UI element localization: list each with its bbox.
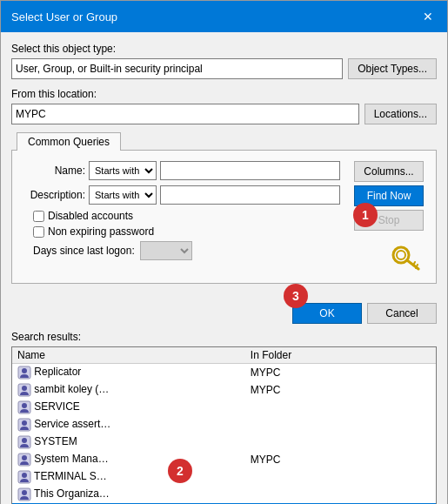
cell-folder bbox=[245, 468, 436, 486]
location-label: From this location: bbox=[11, 88, 437, 100]
table-row[interactable]: sambit koley (…MYPC bbox=[12, 381, 436, 399]
svg-point-10 bbox=[22, 403, 27, 408]
cell-folder: MYPC bbox=[245, 364, 436, 382]
select-user-dialog: Select User or Group ✕ Select this objec… bbox=[0, 0, 448, 504]
description-input[interactable] bbox=[160, 185, 340, 205]
find-now-button[interactable]: Find Now bbox=[354, 185, 424, 206]
svg-point-14 bbox=[22, 438, 27, 443]
cell-folder: MYPC bbox=[245, 381, 436, 399]
ok-button[interactable]: OK bbox=[292, 303, 362, 324]
cell-name: Service assert… bbox=[12, 416, 245, 433]
non-expiring-row: Non expiring password bbox=[33, 225, 340, 238]
common-queries-section: Common Queries Name: Starts with bbox=[11, 133, 437, 284]
cell-name: System Mana… bbox=[12, 451, 245, 468]
disabled-accounts-checkbox[interactable] bbox=[33, 211, 44, 222]
days-row: Days since last logon: 30 60 90 bbox=[33, 241, 340, 260]
days-label: Days since last logon: bbox=[33, 245, 135, 257]
results-table-wrapper[interactable]: Name In Folder ReplicatorMYPC sambit kol… bbox=[11, 346, 437, 504]
common-queries-tab[interactable]: Common Queries bbox=[17, 132, 121, 151]
svg-point-1 bbox=[397, 251, 405, 259]
common-queries-box: Name: Starts with Description: Star bbox=[11, 150, 437, 284]
dialog-title: Select User or Group bbox=[11, 10, 117, 24]
description-row: Description: Starts with bbox=[24, 185, 340, 205]
close-button[interactable]: ✕ bbox=[419, 8, 437, 25]
cell-name: sambit koley (… bbox=[12, 381, 245, 399]
cell-folder bbox=[245, 416, 436, 433]
object-type-row: Object Types... bbox=[11, 58, 437, 79]
name-filter-select[interactable]: Starts with bbox=[89, 161, 157, 180]
search-results-label: Search results: bbox=[11, 331, 437, 343]
table-row[interactable]: System Mana…MYPC bbox=[12, 451, 436, 468]
svg-point-18 bbox=[22, 473, 27, 478]
object-type-label: Select this object type: bbox=[11, 43, 437, 55]
ok-cancel-row: OK Cancel 3 bbox=[11, 303, 437, 324]
columns-button[interactable]: Columns... bbox=[354, 161, 424, 182]
table-row[interactable]: This Organiza… bbox=[12, 486, 436, 503]
svg-point-16 bbox=[22, 455, 27, 460]
svg-point-8 bbox=[22, 386, 27, 391]
locations-button[interactable]: Locations... bbox=[364, 104, 437, 124]
cell-name: SERVICE bbox=[12, 399, 245, 416]
table-row[interactable]: ReplicatorMYPC bbox=[12, 364, 436, 382]
name-row: Name: Starts with bbox=[24, 161, 340, 180]
name-label: Name: bbox=[24, 165, 85, 177]
query-buttons: Columns... Find Now Stop bbox=[354, 161, 424, 272]
object-type-input[interactable] bbox=[11, 58, 343, 79]
location-row: Locations... bbox=[11, 104, 437, 124]
non-expiring-label: Non expiring password bbox=[48, 225, 154, 238]
svg-point-12 bbox=[22, 420, 27, 426]
cell-name: This Organiza… bbox=[12, 486, 245, 503]
col-folder-header[interactable]: In Folder bbox=[245, 347, 436, 364]
location-input[interactable] bbox=[11, 104, 359, 124]
table-row[interactable]: TERMINAL S… bbox=[12, 468, 436, 486]
description-label: Description: bbox=[24, 189, 85, 201]
days-select[interactable]: 30 60 90 bbox=[140, 241, 192, 260]
description-filter-select[interactable]: Starts with bbox=[89, 185, 157, 205]
cell-folder bbox=[245, 433, 436, 451]
table-row[interactable]: Service assert… bbox=[12, 416, 436, 433]
table-row[interactable]: SERVICE bbox=[12, 399, 436, 416]
disabled-accounts-label: Disabled accounts bbox=[48, 210, 133, 222]
svg-point-6 bbox=[22, 368, 27, 373]
cell-name: SYSTEM bbox=[12, 433, 245, 451]
results-table: Name In Folder ReplicatorMYPC sambit kol… bbox=[12, 347, 436, 504]
svg-point-20 bbox=[22, 490, 27, 495]
cell-name: Replicator bbox=[12, 364, 245, 382]
title-bar: Select User or Group ✕ bbox=[1, 1, 447, 32]
non-expiring-checkbox[interactable] bbox=[33, 226, 44, 238]
cell-folder bbox=[245, 486, 436, 503]
cancel-button[interactable]: Cancel bbox=[367, 303, 437, 324]
disabled-accounts-row: Disabled accounts bbox=[33, 210, 340, 222]
name-input[interactable] bbox=[160, 161, 340, 180]
stop-button[interactable]: Stop bbox=[354, 210, 424, 231]
cell-name: TERMINAL S… bbox=[12, 468, 245, 486]
table-row[interactable]: SYSTEM bbox=[12, 433, 436, 451]
object-types-button[interactable]: Object Types... bbox=[348, 58, 437, 79]
cell-folder bbox=[245, 399, 436, 416]
col-name-header[interactable]: Name bbox=[12, 347, 245, 364]
cell-folder: MYPC bbox=[245, 451, 436, 468]
key-icon bbox=[389, 241, 424, 272]
